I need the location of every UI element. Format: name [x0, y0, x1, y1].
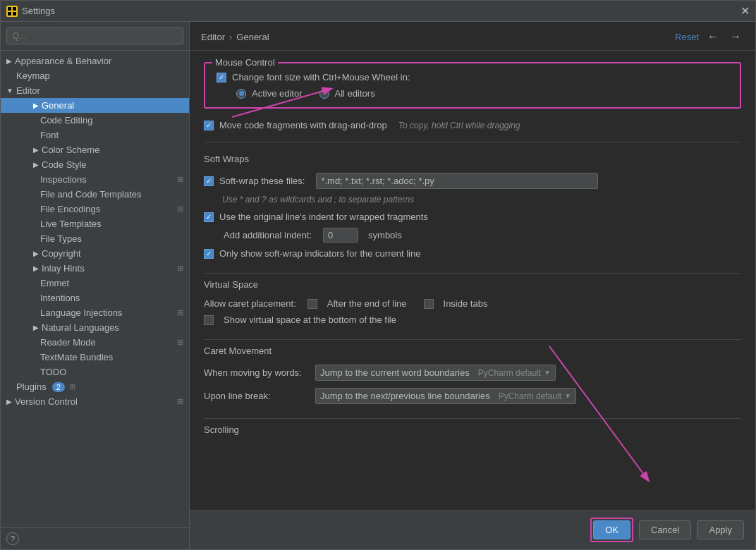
sidebar-item-copyright[interactable]: ▶ Copyright: [1, 246, 189, 261]
footer: OK Cancel Apply: [190, 510, 755, 549]
sidebar-item-keymap[interactable]: Keymap: [1, 68, 189, 83]
active-editor-radio[interactable]: [236, 89, 246, 99]
sidebar-item-file-code-templates[interactable]: File and Code Templates: [1, 187, 189, 202]
all-editors-radio[interactable]: [319, 89, 329, 99]
main-panel: Editor › General Reset ← → Mouse Control: [190, 22, 755, 510]
upon-line-break-dropdown[interactable]: Jump to the next/previous line boundarie…: [315, 388, 576, 404]
svg-rect-2: [8, 12, 11, 16]
main-content: ▶ Appearance & Behavior Keymap ▼ Editor …: [1, 22, 755, 549]
title-bar: Settings ✕: [1, 1, 755, 22]
expand-icon-vc: ▶: [6, 398, 12, 405]
sidebar-item-intentions[interactable]: Intentions: [1, 291, 189, 305]
sidebar-label-file-code-templates: File and Code Templates: [40, 189, 142, 200]
sidebar-label-inlay-hints: Inlay Hints: [42, 263, 85, 274]
soft-wrap-checkbox[interactable]: ✓: [204, 176, 214, 186]
sidebar-label-general: General: [42, 100, 74, 111]
radio-dot: [239, 91, 244, 96]
sidebar-item-reader-mode[interactable]: Reader Mode ⊞: [1, 335, 189, 350]
expand-icon-inlay: ▶: [33, 264, 39, 272]
dropdown-arrow1: ▼: [544, 369, 551, 377]
virtual-space-section: Virtual Space Allow caret placement: Aft…: [204, 279, 741, 325]
sidebar-label-reader-mode: Reader Mode: [40, 337, 96, 348]
sidebar-label-appearance: Appearance & Behavior: [15, 56, 111, 66]
sidebar-label-intentions: Intentions: [40, 293, 80, 303]
reset-button[interactable]: Reset: [675, 32, 699, 42]
sidebar-item-plugins[interactable]: Plugins 2 ⊞: [1, 379, 189, 394]
close-button[interactable]: ✕: [740, 6, 750, 17]
forward-button[interactable]: →: [727, 29, 744, 44]
dropdown-arrow2: ▼: [564, 392, 571, 400]
scrolling-section: Scrolling: [204, 424, 741, 435]
additional-indent-row: Add additional indent: symbols: [204, 228, 741, 243]
file-encodings-ext-icon: ⊞: [177, 204, 183, 214]
sidebar-item-file-encodings[interactable]: File Encodings ⊞: [1, 202, 189, 216]
sidebar-item-appearance[interactable]: ▶ Appearance & Behavior: [1, 54, 189, 68]
expand-icon-cs: ▶: [33, 146, 39, 154]
sidebar-item-font[interactable]: Font: [1, 128, 189, 142]
sidebar-label-todo: TODO: [40, 367, 66, 377]
virtual-space-title: Virtual Space: [204, 279, 741, 290]
sidebar-item-version-control[interactable]: ▶ Version Control ⊞: [1, 394, 189, 409]
collapse-icon: ▼: [6, 87, 13, 94]
after-end-label: After the end of line: [327, 298, 407, 309]
original-indent-checkbox[interactable]: ✓: [204, 212, 214, 222]
ok-button[interactable]: OK: [593, 520, 630, 539]
caret-movement-title: Caret Movement: [204, 346, 741, 356]
search-input[interactable]: [6, 28, 183, 44]
caret-placement-row: Allow caret placement: After the end of …: [204, 298, 741, 309]
soft-wrap-files-row: ✓ Soft-wrap these files:: [204, 173, 741, 189]
settings-window: Settings ✕ ▶ Appearance & Behavior Keyma…: [0, 0, 756, 550]
window-title: Settings: [22, 6, 740, 16]
inside-tabs-checkbox[interactable]: [424, 299, 434, 309]
change-font-size-checkbox[interactable]: ✓: [217, 73, 226, 82]
help-button[interactable]: ?: [6, 532, 19, 545]
caret-movement-section: Caret Movement When moving by words: Jum…: [204, 346, 741, 404]
apply-button[interactable]: Apply: [697, 520, 744, 539]
moving-by-words-row: When moving by words: Jump to the curren…: [204, 365, 741, 381]
active-editor-label: Active editor: [252, 88, 303, 99]
breadcrumb: Editor › General Reset ← →: [190, 22, 755, 51]
sidebar-item-todo[interactable]: TODO: [1, 365, 189, 379]
show-virtual-space-label: Show virtual space at the bottom of the …: [224, 314, 396, 325]
sidebar-item-code-style[interactable]: ▶ Code Style: [1, 157, 189, 172]
sidebar-item-emmet[interactable]: Emmet: [1, 276, 189, 291]
upon-line-break-value: Jump to the next/previous line boundarie…: [320, 391, 490, 401]
sidebar-label-textmate-bundles: TextMate Bundles: [40, 352, 113, 362]
sidebar-item-live-templates[interactable]: Live Templates: [1, 216, 189, 231]
after-end-of-line-checkbox[interactable]: [307, 299, 317, 309]
soft-wrap-files-input[interactable]: [316, 173, 598, 189]
check-mark2: ✓: [206, 121, 212, 129]
settings-content: Mouse Control ✓ Change font size with Ct…: [190, 51, 755, 510]
show-virtual-space-checkbox[interactable]: [204, 315, 214, 325]
sidebar-item-code-editing[interactable]: Code Editing: [1, 113, 189, 128]
cancel-button[interactable]: Cancel: [639, 520, 691, 539]
sidebar-item-natural-languages[interactable]: ▶ Natural Languages: [1, 320, 189, 335]
moving-by-words-value: Jump to the current word boundaries: [320, 367, 470, 378]
sidebar-label-live-templates: Live Templates: [40, 219, 101, 229]
sidebar-item-language-injections[interactable]: Language Injections ⊞: [1, 305, 189, 320]
mouse-control-section: Mouse Control ✓ Change font size with Ct…: [204, 62, 741, 109]
sidebar-item-inspections[interactable]: Inspections ⊞: [1, 172, 189, 187]
sidebar-bottom: ?: [1, 527, 189, 549]
sidebar-item-color-scheme[interactable]: ▶ Color Scheme: [1, 142, 189, 157]
sidebar-item-textmate-bundles[interactable]: TextMate Bundles: [1, 350, 189, 365]
sidebar-item-editor[interactable]: ▼ Editor: [1, 83, 189, 98]
sidebar-item-general[interactable]: ▶ General: [1, 98, 189, 113]
sidebar-label-copyright: Copyright: [42, 248, 81, 259]
additional-indent-input[interactable]: [323, 228, 358, 243]
back-button[interactable]: ←: [705, 29, 721, 44]
moving-by-words-default: PyCharm default: [478, 368, 541, 378]
content-wrapper: Editor › General Reset ← → Mouse Control: [190, 22, 755, 549]
expand-arrow-icon: ▶: [33, 102, 39, 109]
breadcrumb-current: General: [236, 32, 269, 42]
sidebar-label-language-injections: Language Injections: [40, 307, 122, 318]
sidebar-label-color-scheme: Color Scheme: [42, 145, 99, 155]
sidebar-label-file-types: File Types: [40, 233, 82, 244]
soft-wrap-indicators-checkbox[interactable]: ✓: [204, 249, 214, 259]
show-virtual-space-row: Show virtual space at the bottom of the …: [204, 314, 741, 325]
sidebar-item-inlay-hints[interactable]: ▶ Inlay Hints ⊞: [1, 261, 189, 276]
soft-wrap-hint: Use * and ? as wildcards and ; to separa…: [204, 195, 741, 204]
sidebar-item-file-types[interactable]: File Types: [1, 231, 189, 246]
moving-by-words-dropdown[interactable]: Jump to the current word boundaries PyCh…: [315, 365, 556, 381]
move-code-checkbox[interactable]: ✓: [204, 121, 214, 130]
